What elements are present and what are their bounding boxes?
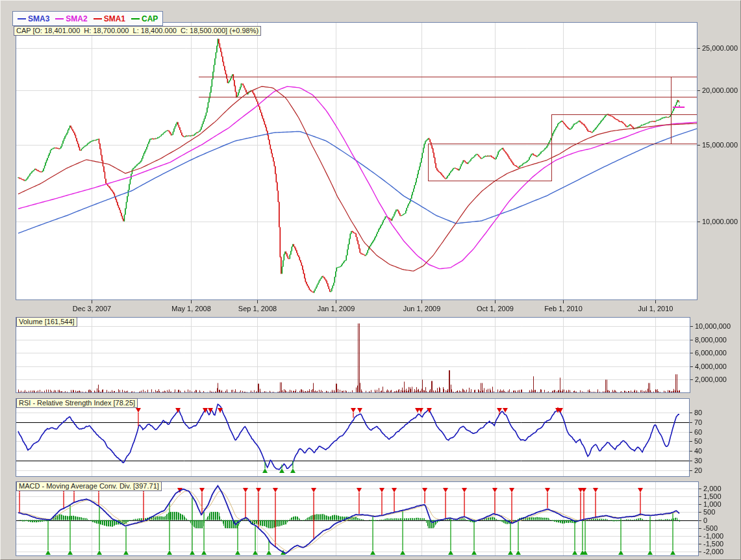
cap-line-swatch-icon <box>131 18 140 19</box>
legend-label-sma3: SMA3 <box>28 14 49 23</box>
volume-info-label: Volume [161,544] <box>16 317 77 327</box>
legend-label-cap: CAP <box>142 14 158 23</box>
rsi-info-label: RSI - Relative Strength Index [78.25] <box>16 398 138 408</box>
chart-application-window: SMA3 SMA2 SMA1 CAP CAP [O: 18,401.000 H:… <box>0 0 741 560</box>
legend-item-sma1[interactable]: SMA1 <box>94 14 125 23</box>
legend-item-sma3[interactable]: SMA3 <box>18 14 49 23</box>
legend-label-sma1: SMA1 <box>104 14 125 23</box>
legend-item-cap[interactable]: CAP <box>131 14 158 23</box>
sma3-line-swatch-icon <box>18 18 26 19</box>
rsi-panel[interactable] <box>16 398 690 477</box>
price-info-label: CAP [O: 18,401.000 H: 18,700.000 L: 18,4… <box>14 26 261 36</box>
price-panel[interactable] <box>16 22 697 300</box>
sma2-line-swatch-icon <box>55 18 64 19</box>
macd-info-label: MACD - Moving Average Conv. Div. [397.71… <box>16 481 162 491</box>
macd-panel[interactable] <box>16 481 699 556</box>
volume-panel[interactable] <box>16 317 690 393</box>
legend-item-sma2[interactable]: SMA2 <box>55 14 87 23</box>
legend-label-sma2: SMA2 <box>66 14 87 23</box>
series-legend: SMA3 SMA2 SMA1 CAP <box>12 11 163 26</box>
sma1-line-swatch-icon <box>94 18 102 19</box>
